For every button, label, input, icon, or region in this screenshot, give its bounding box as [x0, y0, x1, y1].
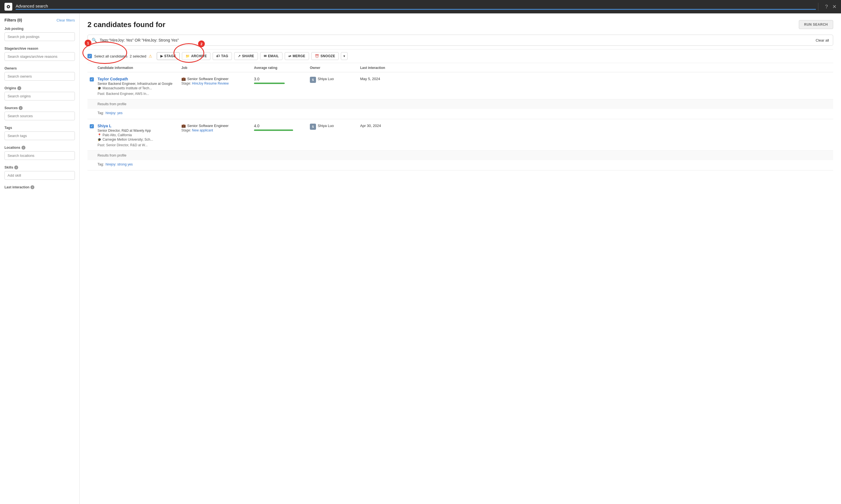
email-icon: ✉: [264, 54, 267, 58]
snooze-button[interactable]: ⏰ SNOOZE: [311, 52, 339, 60]
clear-all-button[interactable]: Clear all: [816, 38, 829, 42]
candidate-2-name[interactable]: Shiya L: [98, 124, 181, 128]
archive-button[interactable]: 📁 ARCHIVE: [182, 52, 210, 60]
candidate-2-main-row: Shiya L Senior Director, R&D at Wavely A…: [87, 124, 833, 150]
stage-label: STAGE: [164, 54, 176, 58]
search-origins-input[interactable]: [4, 92, 75, 101]
candidate-1-name[interactable]: Taylor Codepath: [98, 77, 181, 81]
candidate-1-checkbox[interactable]: [90, 77, 94, 82]
candidate-1-job: 💼 Senior Software Engineer Stage: HireJo…: [181, 77, 254, 96]
search-job-postings-input[interactable]: [4, 32, 75, 41]
candidate-card: Taylor Codepath Senior Backend Engineer,…: [87, 72, 833, 119]
candidate-2-owner: S Shiya Luo: [310, 124, 360, 147]
search-query-text: Tags:"HireJoy: Yes" OR "HireJoy: Strong …: [100, 38, 816, 42]
clear-filters-button[interactable]: Clear filters: [56, 18, 75, 22]
candidate-2-tag-row: Tag: hirejoy: strong yes: [87, 160, 833, 170]
briefcase-icon-2: 💼: [181, 124, 186, 128]
candidate-1-date: May 5, 2024: [360, 77, 405, 96]
search-stages-input[interactable]: [4, 52, 75, 61]
col-header-owner: Owner: [310, 66, 360, 70]
candidate-1-results: Results from profile: [87, 99, 833, 109]
candidate-2-tag-val[interactable]: hirejoy: strong yes: [106, 162, 133, 166]
filter-label-skills: Skills i: [4, 165, 75, 169]
filters-title: Filters (0): [4, 18, 22, 22]
filter-sources: Sources i: [4, 106, 75, 120]
candidate-2-location: 📍 Palo Alto, California: [98, 133, 181, 137]
merge-button[interactable]: ⇌ MERGE: [285, 52, 309, 60]
filter-locations: Locations i: [4, 146, 75, 160]
top-bar: Advanced search ? ✕: [0, 0, 841, 13]
skills-info-icon: i: [14, 165, 18, 169]
warning-icon: ⚠: [149, 54, 152, 58]
candidate-2-owner-name: Shiya Luo: [318, 124, 334, 128]
select-all-checkbox[interactable]: [87, 54, 92, 58]
share-button[interactable]: ↗ SHARE: [234, 52, 258, 60]
origins-info-icon: i: [17, 86, 21, 90]
candidate-main-row: Taylor Codepath Senior Backend Engineer,…: [87, 77, 833, 99]
candidate-1-tag-row: Tag: hirejoy: yes: [87, 109, 833, 119]
candidate-1-info: Taylor Codepath Senior Backend Engineer,…: [98, 77, 181, 96]
chevron-down-icon: ▾: [343, 54, 345, 58]
selected-count: 2 selected: [130, 54, 146, 58]
filter-last-interaction: Last interaction i: [4, 185, 75, 189]
candidate-2-tag-label: Tag:: [98, 162, 104, 166]
candidate-1-rating-bar: [254, 83, 285, 84]
candidate-2-job-title: 💼 Senior Software Engineer: [181, 124, 254, 128]
search-tags-input[interactable]: [4, 131, 75, 140]
candidate-1-rating-val: 3.0: [254, 77, 310, 81]
candidate-1-job-title: 💼 Senior Software Engineer: [181, 77, 254, 81]
candidate-2-avatar: S: [310, 124, 316, 130]
filter-label-last-interaction: Last interaction i: [4, 185, 75, 189]
filter-label-job-posting: Job posting: [4, 27, 75, 31]
filter-label-stage: Stage/archive reason: [4, 47, 75, 51]
col-header-rating: Average rating: [254, 66, 310, 70]
filter-skills: Skills i: [4, 165, 75, 180]
tag-icon: 🏷: [216, 54, 220, 58]
page-title: Advanced search: [16, 4, 816, 10]
email-button[interactable]: ✉ EMAIL: [260, 52, 282, 60]
search-bar: 🔍 Tags:"HireJoy: Yes" OR "HireJoy: Stron…: [87, 35, 833, 46]
content-area: 2 candidates found for RUN SEARCH 🔍 Tags…: [80, 13, 841, 504]
candidate-1-owner-name: Shiya Luo: [318, 77, 334, 81]
candidate-2-edu: 🎓 Carnegie Mellon University; Sch...: [98, 138, 181, 142]
candidate-card: Shiya L Senior Director, R&D at Wavely A…: [87, 119, 833, 170]
candidate-1-tag-label: Tag:: [98, 111, 104, 115]
col-header-job: Job: [181, 66, 254, 70]
candidate-1-title: Senior Backend Engineer, Infrastructure …: [98, 82, 181, 86]
filter-tags: Tags: [4, 126, 75, 140]
filter-label-origins: Origins i: [4, 86, 75, 90]
results-title: 2 candidates found for: [87, 20, 166, 29]
main-layout: Filters (0) Clear filters Job posting St…: [0, 13, 841, 504]
more-actions-button[interactable]: ▾: [341, 52, 347, 60]
top-bar-icons: ? ✕: [816, 3, 837, 11]
close-icon[interactable]: ✕: [833, 4, 837, 10]
candidate-2-checkbox[interactable]: [90, 124, 94, 128]
candidate-1-tag-val[interactable]: hirejoy: yes: [106, 111, 123, 115]
run-search-button[interactable]: RUN SEARCH: [799, 20, 833, 29]
stage-button[interactable]: ▶ STAGE: [157, 52, 179, 60]
add-skill-input[interactable]: [4, 171, 75, 180]
tag-button[interactable]: 🏷 TAG: [212, 52, 232, 60]
candidate-2-past: Past: Senior Director, R&D at W...: [98, 143, 181, 147]
select-all-area[interactable]: Select all candidates 2 selected ⚠: [87, 54, 152, 58]
candidate-2-date: Apr 30, 2024: [360, 124, 405, 147]
candidate-2-stage-link[interactable]: New applicant: [192, 128, 213, 132]
filter-job-posting: Job posting: [4, 27, 75, 41]
select-all-label: Select all candidates: [94, 54, 127, 58]
search-locations-input[interactable]: [4, 151, 75, 160]
candidate-1-edu: 🎓 Massachusetts Institute of Tech...: [98, 86, 181, 90]
location-icon: 📍: [98, 133, 101, 137]
candidate-1-stage-link[interactable]: HireJoy Resume Review: [192, 82, 228, 85]
candidate-2-rating-bar: [254, 129, 293, 131]
filter-owners: Owners: [4, 67, 75, 80]
filter-label-tags: Tags: [4, 126, 75, 130]
briefcase-icon: 💼: [181, 77, 186, 81]
stage-icon: ▶: [160, 54, 163, 58]
snooze-icon: ⏰: [315, 54, 319, 58]
page-header: 2 candidates found for RUN SEARCH: [87, 20, 833, 29]
search-sources-input[interactable]: [4, 112, 75, 120]
locations-info-icon: i: [21, 146, 25, 149]
help-icon[interactable]: ?: [825, 4, 828, 10]
sidebar-header: Filters (0) Clear filters: [4, 18, 75, 22]
search-owners-input[interactable]: [4, 72, 75, 80]
